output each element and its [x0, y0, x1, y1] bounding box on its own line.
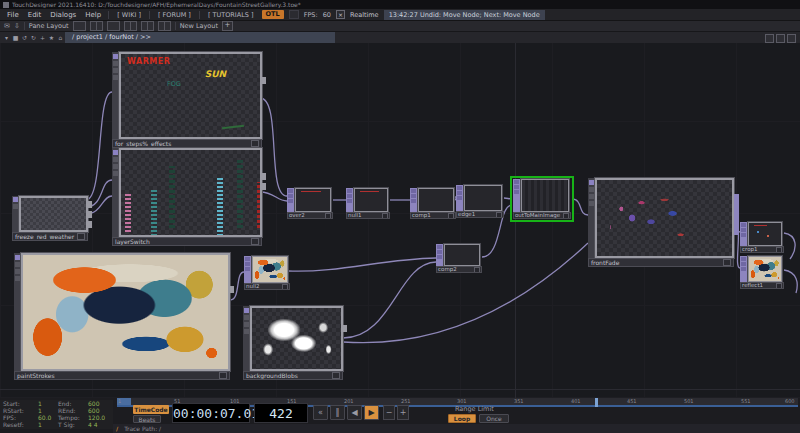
node-name-bar[interactable]: null2 [244, 283, 290, 290]
bypass-flag-icon[interactable] [113, 164, 118, 169]
info-value[interactable]: 1 [38, 400, 42, 407]
node-flags[interactable] [740, 222, 748, 246]
node-comment-icon[interactable] [474, 267, 480, 273]
node-name-bar[interactable]: outToMainImage [513, 212, 571, 219]
node-name-bar[interactable]: comp1 [410, 212, 456, 219]
node-comment-icon[interactable] [77, 233, 85, 240]
node-comp1[interactable]: comp1 [410, 188, 456, 219]
list-view-icon[interactable] [776, 34, 785, 43]
layout-preset-vsplit2[interactable] [141, 21, 154, 31]
viewer-flag-icon[interactable] [15, 255, 20, 260]
node-preview[interactable] [748, 222, 782, 246]
node-preview[interactable] [119, 148, 262, 237]
viewer-flag-icon[interactable] [589, 180, 594, 185]
forward-arrow-icon[interactable]: ↻ [29, 34, 38, 41]
node-preview[interactable] [354, 188, 388, 212]
node-comment-icon[interactable] [563, 213, 569, 219]
node-comment-icon[interactable] [496, 212, 502, 218]
node-name-bar[interactable]: reflect1 [740, 282, 784, 289]
node-preview[interactable] [418, 188, 454, 212]
node-comment-icon[interactable] [448, 213, 454, 219]
play-button[interactable]: ▶ [364, 405, 379, 420]
bypass-flag-icon[interactable] [113, 68, 118, 73]
node-comment-icon[interactable] [776, 247, 782, 253]
node-name-bar[interactable]: null1 [346, 212, 390, 219]
lock-flag-icon[interactable] [113, 75, 118, 80]
node-comment-icon[interactable] [325, 213, 331, 219]
frame-display[interactable]: 422 [254, 403, 308, 423]
timecode-mode-button[interactable]: TimeCode [133, 405, 169, 414]
mail-icon[interactable]: ✉ [4, 22, 10, 30]
clone-flag-icon[interactable] [113, 61, 118, 66]
home-icon[interactable]: ⌂ [56, 34, 65, 41]
node-outputs[interactable] [262, 173, 266, 190]
node-preview[interactable] [295, 188, 331, 212]
menu-file[interactable]: File [5, 11, 21, 19]
node-name-bar[interactable]: crop1 [740, 246, 784, 253]
node-out-to-main-image[interactable]: outToMainImage [513, 179, 571, 219]
clone-flag-icon[interactable] [244, 315, 249, 320]
node-preview[interactable] [19, 196, 88, 232]
node-comment-icon[interactable] [251, 238, 259, 245]
grid-view-icon[interactable] [765, 34, 774, 43]
node-for-steps-effects[interactable]: WARMER SUN FOG for_steps%_effects [112, 52, 262, 148]
stop-icon[interactable]: ■ [11, 34, 20, 41]
node-comment-icon[interactable] [251, 140, 259, 147]
info-value[interactable]: 1 [38, 407, 42, 414]
node-flags[interactable] [513, 179, 521, 212]
node-outputs[interactable] [88, 201, 92, 228]
jump-start-button[interactable]: « [313, 405, 328, 420]
clone-flag-icon[interactable] [113, 157, 118, 162]
node-flags[interactable] [287, 188, 295, 212]
clone-flag-icon[interactable] [589, 187, 594, 192]
node-comment-icon[interactable] [332, 372, 340, 379]
node-preview[interactable] [444, 244, 480, 266]
node-flags[interactable] [740, 256, 748, 282]
perform-mode-icon[interactable] [289, 10, 299, 19]
node-name-bar[interactable]: comp2 [436, 266, 482, 273]
node-name-bar[interactable]: over2 [287, 212, 333, 219]
node-preview[interactable] [748, 256, 782, 282]
bypass-flag-icon[interactable] [244, 322, 249, 327]
node-comment-icon[interactable] [776, 283, 782, 289]
node-flags[interactable] [14, 253, 21, 371]
breadcrumb[interactable]: / project1 / fourNot / >> [65, 32, 335, 43]
node-comp2[interactable]: comp2 [436, 244, 482, 273]
info-value[interactable]: 600 [88, 400, 99, 407]
node-front-fade[interactable]: frontFade [588, 178, 734, 267]
node-flags[interactable] [456, 185, 464, 211]
lock-flag-icon[interactable] [589, 201, 594, 206]
node-flags[interactable] [410, 188, 418, 212]
wiki-link[interactable]: [ WIKI ] [114, 11, 144, 19]
node-preview[interactable]: WARMER SUN FOG [119, 52, 262, 139]
node-comment-icon[interactable] [382, 213, 388, 219]
layout-preset-single[interactable] [73, 21, 86, 31]
viewer-flag-icon[interactable] [113, 54, 118, 59]
playhead[interactable] [595, 398, 598, 407]
play-reverse-button[interactable]: ◀ [347, 405, 362, 420]
node-flags[interactable] [112, 52, 119, 139]
menu-edit[interactable]: Edit [26, 11, 44, 19]
clone-flag-icon[interactable] [15, 262, 20, 267]
info-value[interactable]: 120.0 [88, 414, 105, 421]
lock-flag-icon[interactable] [15, 276, 20, 281]
beats-mode-button[interactable]: Beats [133, 415, 161, 423]
node-comment-icon[interactable] [723, 259, 731, 266]
range-loop-button[interactable]: Loop [448, 414, 476, 423]
download-icon[interactable]: ⇩ [14, 22, 20, 30]
node-flags[interactable] [243, 306, 250, 371]
layout-preset-quad[interactable] [158, 21, 171, 31]
node-over2[interactable]: over2 [287, 188, 333, 219]
node-flags[interactable] [346, 188, 354, 212]
chevron-down-icon[interactable]: ▾ [2, 34, 11, 41]
star-icon[interactable]: ★ [47, 34, 56, 41]
realtime-checkbox[interactable]: × [336, 10, 345, 19]
node-name-bar[interactable]: paintStrokes [14, 371, 230, 380]
node-flags[interactable] [588, 178, 595, 258]
node-outputs[interactable] [230, 286, 234, 293]
node-flags[interactable] [244, 256, 252, 283]
node-preview[interactable] [595, 178, 734, 258]
node-reflect1[interactable]: reflect1 [740, 256, 784, 289]
tutorials-link[interactable]: [ TUTORIALS ] [205, 11, 257, 19]
menu-dialogs[interactable]: Dialogs [48, 11, 78, 19]
